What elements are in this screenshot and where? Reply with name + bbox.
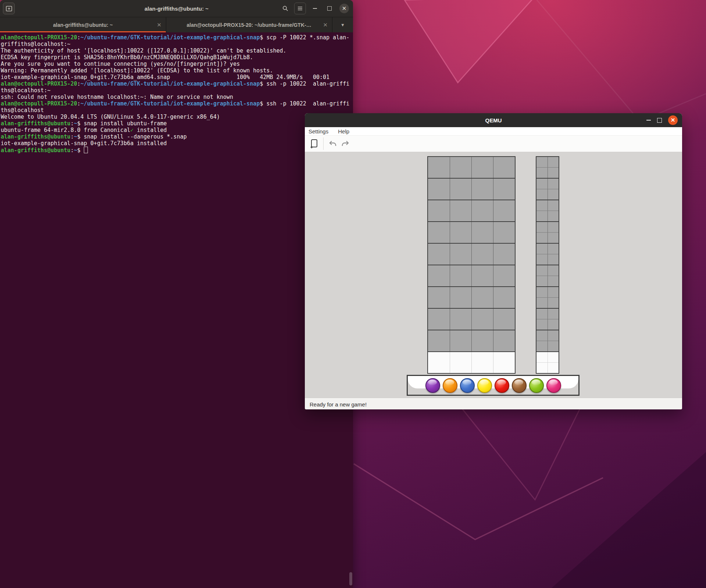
redo-button[interactable] xyxy=(339,137,352,150)
board-cell xyxy=(450,265,471,286)
board-cell xyxy=(471,222,493,243)
board-row xyxy=(536,232,559,243)
board-cell xyxy=(536,319,548,330)
board-row xyxy=(536,243,559,254)
terminal-line: alan@octopull-PROX15-20:~/ubuntu-frame/G… xyxy=(1,34,353,41)
board-cell xyxy=(471,330,493,351)
board-cell xyxy=(536,309,548,319)
board-row xyxy=(536,265,559,276)
terminal-line: ubuntu-frame 64-mir2.8.0 from Canonical✓… xyxy=(1,127,353,133)
board-cell xyxy=(536,265,548,276)
board-cell xyxy=(428,287,450,308)
qemu-menubar: Settings Help xyxy=(305,127,682,136)
board-row xyxy=(536,297,559,308)
hamburger-icon xyxy=(297,6,303,11)
board-cell[interactable] xyxy=(471,352,493,373)
board-cell xyxy=(471,200,493,221)
board-cell xyxy=(493,330,515,351)
new-game-button[interactable] xyxy=(308,137,320,150)
board-cell xyxy=(493,244,515,265)
minimize-icon xyxy=(313,8,317,9)
close-button[interactable]: ✕ xyxy=(338,3,350,14)
board-cell xyxy=(548,309,559,319)
status-message: Ready for a new game! xyxy=(310,401,367,408)
board-row xyxy=(428,221,515,243)
terminal-line: iot-example-graphical-snap 0+git.7c73b6a… xyxy=(1,140,353,147)
new-game-icon xyxy=(310,139,318,148)
qemu-window: QEMU ✕ Settings Help xyxy=(305,113,682,409)
tab-label: alan-griffiths@ubuntu: ~ xyxy=(53,22,113,28)
terminal-line: ssh: Could not resolve hostname localhos… xyxy=(1,94,353,100)
close-icon: ✕ xyxy=(339,4,349,13)
close-button[interactable]: ✕ xyxy=(668,115,678,125)
undo-button[interactable] xyxy=(327,137,339,150)
board-row xyxy=(536,200,559,211)
board-cell[interactable] xyxy=(493,352,515,373)
board-cell xyxy=(428,309,450,330)
board-cell xyxy=(548,330,559,341)
game-area xyxy=(305,152,682,398)
tab-close-icon[interactable]: ✕ xyxy=(323,22,328,28)
red-ball[interactable] xyxy=(495,378,509,393)
board-cell xyxy=(536,287,548,297)
orange-ball[interactable] xyxy=(443,378,457,393)
board-cell xyxy=(450,287,471,308)
menu-help[interactable]: Help xyxy=(338,128,349,135)
yellow-ball[interactable] xyxy=(477,378,492,393)
terminal-screen[interactable]: alan@octopull-PROX15-20:~/ubuntu-frame/G… xyxy=(0,32,353,588)
qemu-toolbar xyxy=(305,136,682,152)
board-cell[interactable] xyxy=(536,363,548,373)
board-cell xyxy=(536,244,548,254)
board-row xyxy=(536,221,559,232)
board-cell xyxy=(548,254,559,265)
search-button[interactable] xyxy=(279,3,291,14)
board-cell xyxy=(536,211,548,221)
board-row xyxy=(428,200,515,221)
board-row xyxy=(536,276,559,286)
board-cell xyxy=(428,222,450,243)
board-cell xyxy=(536,168,548,178)
new-tab-button[interactable] xyxy=(3,3,15,14)
board-row xyxy=(428,265,515,286)
board-cell xyxy=(428,265,450,286)
blue-ball[interactable] xyxy=(460,378,475,393)
terminal-line: Are you sure you want to continue connec… xyxy=(1,61,353,67)
tab-close-icon[interactable]: ✕ xyxy=(157,22,161,28)
menu-settings[interactable]: Settings xyxy=(309,128,328,135)
board-cell[interactable] xyxy=(536,352,548,362)
minimize-button[interactable] xyxy=(309,3,321,14)
purple-ball[interactable] xyxy=(425,378,440,393)
minimize-icon[interactable] xyxy=(646,120,651,121)
board-cell[interactable] xyxy=(548,363,559,373)
board-cell xyxy=(493,200,515,221)
qemu-window-controls: ✕ xyxy=(646,115,682,125)
pink-ball[interactable] xyxy=(546,378,561,393)
board-cell xyxy=(548,222,559,232)
board-row xyxy=(536,254,559,265)
tab-local-session[interactable]: alan-griffiths@ubuntu: ~ ✕ xyxy=(0,17,166,33)
maximize-icon[interactable] xyxy=(657,118,662,123)
board-row xyxy=(428,351,515,373)
tab-list-dropdown-button[interactable]: ▼ xyxy=(332,17,353,33)
maximize-button[interactable] xyxy=(324,3,335,14)
terminal-line: alan@octopull-PROX15-20:~/ubuntu-frame/G… xyxy=(1,100,353,107)
brown-ball[interactable] xyxy=(512,378,527,393)
board-cell[interactable] xyxy=(450,352,471,373)
terminal-window: alan-griffiths@ubuntu: ~ ✕ alan-griffith… xyxy=(0,0,353,588)
board-cell xyxy=(428,200,450,221)
qemu-titlebar[interactable]: QEMU ✕ xyxy=(305,113,682,127)
green-ball[interactable] xyxy=(529,378,544,393)
palette-balls xyxy=(408,376,578,395)
tab-remote-session[interactable]: alan@octopull-PROX15-20: ~/ubuntu-frame/… xyxy=(166,17,332,33)
menu-button[interactable] xyxy=(294,3,306,14)
board-cell xyxy=(493,265,515,286)
board-cell xyxy=(450,179,471,200)
board-cell[interactable] xyxy=(428,352,450,373)
terminal-line: alan@octopull-PROX15-20:~/ubuntu-frame/G… xyxy=(1,80,353,87)
board-row xyxy=(536,308,559,319)
board-cell[interactable] xyxy=(548,352,559,362)
terminal-scrollbar[interactable] xyxy=(349,572,352,585)
board-row xyxy=(536,351,559,362)
board-cell xyxy=(471,157,493,178)
terminal-titlebar[interactable]: alan-griffiths@ubuntu: ~ ✕ xyxy=(0,0,353,17)
